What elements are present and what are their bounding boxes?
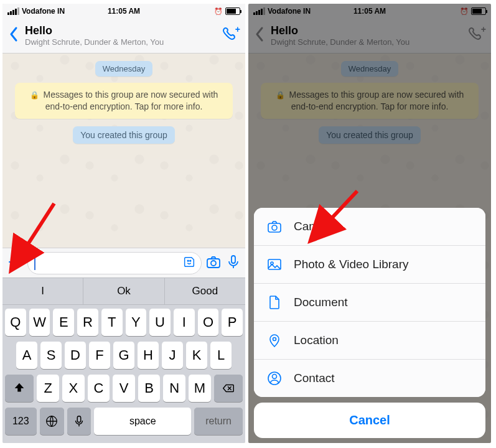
camera-icon	[266, 218, 283, 235]
svg-point-5	[211, 261, 216, 266]
key-u[interactable]: U	[149, 309, 171, 336]
key-o[interactable]: O	[198, 309, 219, 336]
sheet-label: Photo & Video Library	[294, 258, 409, 271]
chat-body[interactable]: Wednesday 🔒 Messages to this group are n…	[2, 54, 245, 144]
key-c[interactable]: C	[88, 375, 110, 402]
sheet-item-document[interactable]: Document	[254, 284, 485, 322]
key-b[interactable]: B	[138, 375, 161, 402]
contact-icon	[266, 370, 283, 386]
battery-icon	[225, 7, 240, 15]
sticker-icon[interactable]	[182, 255, 196, 271]
encryption-notice[interactable]: 🔒 Messages to this group are now secured…	[15, 83, 233, 119]
voice-button[interactable]	[225, 254, 241, 273]
key-m[interactable]: M	[189, 375, 211, 402]
chat-title: Hello	[25, 24, 222, 37]
photo-icon	[266, 256, 283, 273]
key-n[interactable]: N	[163, 375, 185, 402]
key-z[interactable]: Z	[37, 375, 59, 402]
bottom-area: I Ok Good Q W E R T Y U I O P A	[2, 248, 245, 443]
chat-header: Hello Dwight Schrute, Dunder & Merton, Y…	[2, 17, 245, 54]
key-e[interactable]: E	[53, 309, 74, 336]
key-x[interactable]: X	[62, 375, 85, 402]
prediction-2[interactable]: Good	[165, 278, 245, 304]
svg-rect-13	[268, 223, 281, 232]
key-w[interactable]: W	[29, 309, 50, 336]
location-icon	[266, 332, 283, 348]
sheet-label: Location	[294, 334, 339, 347]
key-dictation[interactable]	[67, 408, 91, 435]
sheet-item-photo-library[interactable]: Photo & Video Library	[254, 246, 485, 284]
date-pill: Wednesday	[95, 61, 152, 77]
key-l[interactable]: L	[210, 342, 232, 369]
call-add-badge: +	[235, 24, 240, 34]
quicktype-bar: I Ok Good	[2, 278, 245, 305]
sheet-item-camera[interactable]: Camera	[254, 208, 485, 246]
prediction-0[interactable]: I	[2, 278, 83, 304]
key-h[interactable]: H	[138, 342, 159, 369]
key-r[interactable]: R	[77, 309, 98, 336]
sheet-label: Document	[294, 296, 348, 309]
svg-line-12	[25, 203, 54, 249]
group-created-pill: You created this group	[73, 126, 175, 144]
key-p[interactable]: P	[222, 309, 243, 336]
sheet-cancel-button[interactable]: Cancel	[254, 403, 485, 438]
alarm-icon: ⏰	[214, 7, 223, 16]
sheet-item-contact[interactable]: Contact	[254, 360, 485, 397]
key-i[interactable]: I	[174, 309, 195, 336]
phone-left: Vodafone IN 11:05 AM ⏰ Hello Dwight Schr…	[2, 4, 245, 443]
key-a[interactable]: A	[16, 342, 37, 369]
key-globe[interactable]	[40, 408, 64, 435]
key-t[interactable]: T	[101, 309, 123, 336]
key-d[interactable]: D	[65, 342, 86, 369]
key-f[interactable]: F	[89, 342, 110, 369]
attachment-sheet: Camera Photo & Video Library Document	[254, 208, 485, 438]
key-j[interactable]: J	[162, 342, 183, 369]
svg-rect-10	[77, 416, 81, 422]
chat-subtitle: Dwight Schrute, Dunder & Merton, You	[25, 37, 222, 47]
key-k[interactable]: K	[186, 342, 207, 369]
svg-point-14	[272, 225, 277, 230]
encryption-text: Messages to this group are now secured w…	[43, 90, 218, 111]
svg-point-17	[273, 338, 276, 341]
camera-button[interactable]	[205, 254, 222, 273]
phone-right: Vodafone IN 11:05 AM ⏰ Hello Dwight Schr…	[248, 4, 491, 443]
key-return[interactable]: return	[194, 408, 243, 435]
document-icon	[266, 294, 283, 310]
chat-title-area[interactable]: Hello Dwight Schrute, Dunder & Merton, Y…	[25, 24, 222, 47]
key-delete[interactable]	[214, 375, 243, 402]
svg-rect-6	[232, 256, 235, 263]
key-g[interactable]: G	[113, 342, 134, 369]
lock-icon: 🔒	[30, 91, 39, 100]
cell-signal-icon	[7, 7, 19, 15]
key-s[interactable]: S	[40, 342, 62, 369]
sheet-group: Camera Photo & Video Library Document	[254, 208, 485, 397]
svg-point-2	[187, 260, 189, 261]
keyboard: Q W E R T Y U I O P A S D F G H	[2, 305, 245, 443]
key-q[interactable]: Q	[5, 309, 26, 336]
carrier-label: Vodafone IN	[22, 7, 65, 16]
key-123[interactable]: 123	[5, 408, 37, 435]
svg-point-19	[273, 375, 277, 379]
status-time: 11:05 AM	[108, 7, 140, 16]
call-button[interactable]: +	[222, 26, 239, 45]
svg-point-3	[190, 260, 191, 261]
sheet-item-location[interactable]: Location	[254, 322, 485, 360]
key-shift[interactable]	[5, 375, 34, 402]
back-button[interactable]	[9, 26, 19, 45]
svg-line-21	[328, 191, 357, 222]
key-y[interactable]: Y	[126, 309, 147, 336]
prediction-1[interactable]: Ok	[83, 278, 164, 304]
annotation-arrow-right	[323, 188, 367, 234]
key-space[interactable]: space	[94, 408, 191, 435]
key-v[interactable]: V	[113, 375, 135, 402]
sheet-label: Contact	[294, 371, 334, 385]
annotation-arrow-left	[20, 200, 63, 259]
status-bar: Vodafone IN 11:05 AM ⏰	[2, 4, 245, 17]
